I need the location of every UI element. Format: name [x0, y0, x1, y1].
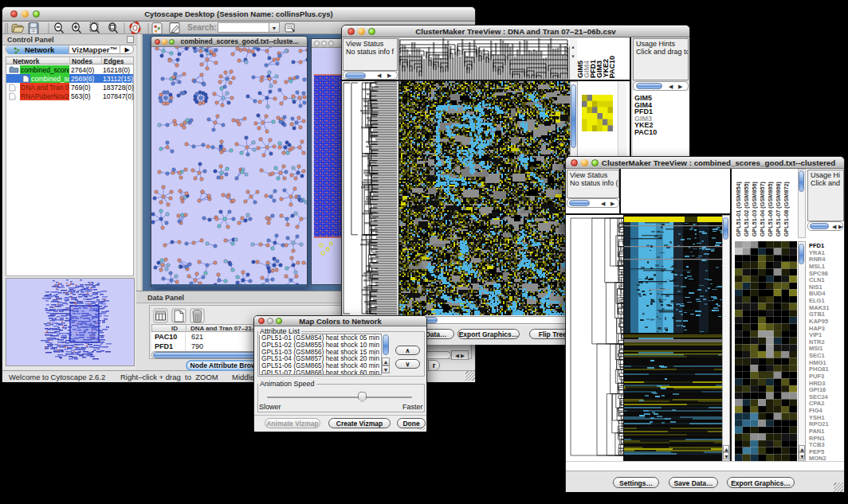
svg-text:Search:: Search:: [187, 23, 217, 32]
